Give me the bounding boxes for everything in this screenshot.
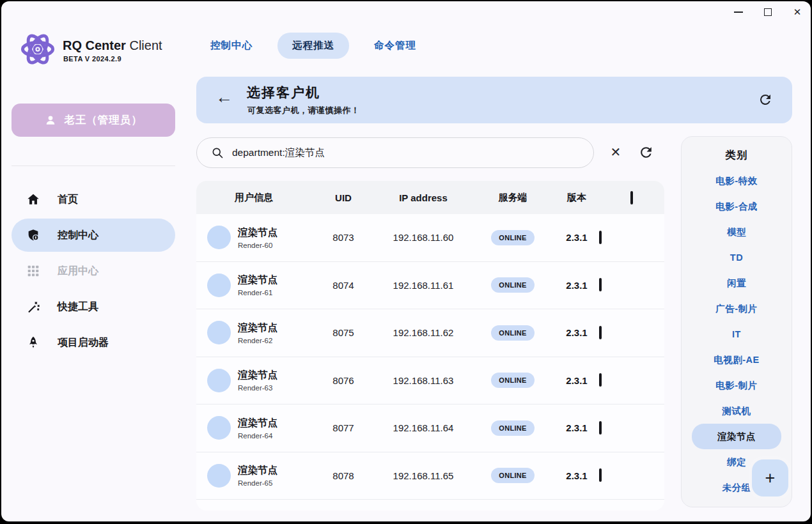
table-body: 渲染节点 Render-60 8073 192.168.11.60 ONLINE… [196, 214, 664, 500]
client-version: 2.3.1 [554, 470, 599, 481]
client-version: 2.3.1 [554, 232, 599, 243]
app-version: BETA V 2024.2.9 [63, 55, 121, 63]
row-checkbox[interactable] [599, 421, 602, 435]
client-hostname: Render-63 [238, 384, 277, 392]
category-panel-title: 类别 [682, 148, 792, 162]
status-badge: ONLINE [491, 325, 534, 341]
back-arrow-icon[interactable]: ← [215, 86, 233, 110]
user-badge[interactable]: 老王（管理员） [12, 104, 175, 137]
app-title-main: RQ Center [63, 38, 126, 52]
row-checkbox[interactable] [599, 278, 602, 291]
client-hostname: Render-60 [238, 242, 277, 249]
sidebar-item-project-launcher[interactable]: 项目启动器 [12, 326, 175, 359]
category-item[interactable]: 电影-特效 [692, 168, 781, 194]
add-category-button[interactable]: + [752, 459, 788, 497]
close-icon[interactable]: ✕ [788, 4, 807, 20]
avatar [207, 274, 231, 297]
category-item[interactable]: 渲染节点 [692, 424, 781, 449]
shield-lock-icon [26, 227, 41, 243]
search-bar[interactable] [196, 137, 594, 168]
table-row[interactable]: 渲染节点 Render-63 8076 192.168.11.63 ONLINE… [196, 357, 664, 405]
category-item[interactable]: IT [692, 321, 781, 347]
category-item[interactable]: 电影-制片 [692, 373, 781, 398]
avatar [207, 464, 231, 488]
banner-title: 选择客户机 [247, 84, 320, 102]
client-ip: 192.168.11.60 [375, 232, 471, 243]
select-all-checkbox[interactable] [630, 191, 633, 204]
table-row[interactable]: 渲染节点 Render-64 8077 192.168.11.64 ONLINE… [196, 405, 664, 452]
client-uid: 8078 [311, 470, 375, 481]
client-name: 渲染节点 [238, 369, 277, 382]
app-title-suffix: Client [126, 38, 162, 52]
category-item[interactable]: 模型 [692, 219, 781, 245]
status-badge: ONLINE [491, 373, 534, 388]
sidebar-item-control-center[interactable]: 控制中心 [12, 219, 175, 252]
clear-search-icon[interactable]: ✕ [607, 143, 625, 162]
client-uid: 8077 [311, 422, 375, 433]
sidebar-divider [12, 166, 175, 166]
table-row[interactable]: 渲染节点 Render-60 8073 192.168.11.60 ONLINE… [196, 214, 664, 262]
table-row[interactable]: 渲染节点 Render-65 8078 192.168.11.65 ONLINE… [196, 452, 664, 500]
client-name: 渲染节点 [238, 321, 277, 335]
avatar [207, 226, 231, 249]
app-window: ✕ RQ Center Client BETA V 2024.2.9 老王（管理… [1, 1, 811, 521]
table-row[interactable]: 渲染节点 Render-61 8074 192.168.11.61 ONLINE… [196, 262, 664, 310]
home-icon [26, 192, 41, 207]
rocket-icon [26, 335, 41, 350]
top-tab[interactable]: 远程推送 [277, 33, 349, 59]
client-name: 渲染节点 [238, 464, 277, 477]
minimize-icon[interactable] [729, 4, 748, 20]
row-checkbox[interactable] [599, 468, 602, 482]
top-tab[interactable]: 命令管理 [374, 39, 416, 52]
status-badge: ONLINE [491, 468, 534, 483]
avatar [207, 416, 231, 440]
row-checkbox[interactable] [599, 231, 602, 244]
client-version: 2.3.1 [554, 375, 599, 386]
client-hostname: Render-65 [238, 479, 277, 487]
sidebar-item-app-center[interactable]: 应用中心 [12, 254, 175, 288]
category-item[interactable]: 闲置 [692, 270, 781, 296]
category-list: 电影-特效电影-合成模型TD闲置广告-制片IT电视剧-AE电影-制片测试机渲染节… [682, 168, 792, 500]
app-logo-atom-icon [19, 31, 56, 70]
category-item[interactable]: TD [692, 245, 781, 270]
search-input[interactable] [232, 147, 565, 158]
user-badge-label: 老王（管理员） [64, 113, 143, 127]
sidebar-item-label: 应用中心 [58, 265, 98, 278]
top-tab[interactable]: 控制中心 [210, 39, 253, 52]
table-header: 用户信息 UID IP address 服务端 版本 [196, 181, 664, 214]
client-version: 2.3.1 [554, 422, 599, 433]
magic-wand-icon [26, 299, 41, 314]
client-uid: 8073 [311, 232, 375, 243]
banner-subtitle: 可复选客户机，请谨慎操作！ [247, 105, 360, 116]
column-header-server: 服务端 [471, 192, 554, 204]
status-badge: ONLINE [491, 277, 534, 293]
client-uid: 8075 [311, 327, 375, 338]
sidebar-item-quick-tools[interactable]: 快捷工具 [12, 290, 175, 323]
search-refresh-icon[interactable] [638, 144, 654, 160]
status-badge: ONLINE [491, 420, 534, 436]
client-version: 2.3.1 [554, 327, 599, 338]
table-row[interactable]: 渲染节点 Render-62 8075 192.168.11.62 ONLINE… [196, 309, 664, 357]
category-item[interactable]: 电视剧-AE [692, 347, 781, 373]
sidebar-item-label: 项目启动器 [58, 336, 109, 350]
column-header-uid: UID [311, 192, 375, 203]
client-hostname: Render-62 [238, 337, 277, 344]
app-title: RQ Center Client [63, 38, 162, 53]
sidebar-nav: 首页 控制中心 [12, 183, 175, 362]
row-checkbox[interactable] [599, 373, 602, 387]
client-table: 用户信息 UID IP address 服务端 版本 渲染节点 Render-6… [196, 181, 664, 511]
sidebar-item-home[interactable]: 首页 [12, 183, 175, 216]
row-checkbox[interactable] [599, 326, 602, 339]
search-icon [211, 146, 224, 159]
category-item[interactable]: 广告-制片 [692, 296, 781, 321]
client-uid: 8074 [311, 280, 375, 291]
maximize-icon[interactable] [758, 4, 777, 20]
grid-icon [26, 263, 41, 279]
column-header-version: 版本 [554, 192, 599, 204]
client-name: 渲染节点 [238, 417, 277, 430]
category-item[interactable]: 测试机 [692, 398, 781, 424]
column-header-ip: IP address [375, 192, 471, 203]
client-name: 渲染节点 [238, 226, 277, 240]
category-item[interactable]: 电影-合成 [692, 194, 781, 219]
refresh-icon[interactable] [758, 92, 773, 107]
